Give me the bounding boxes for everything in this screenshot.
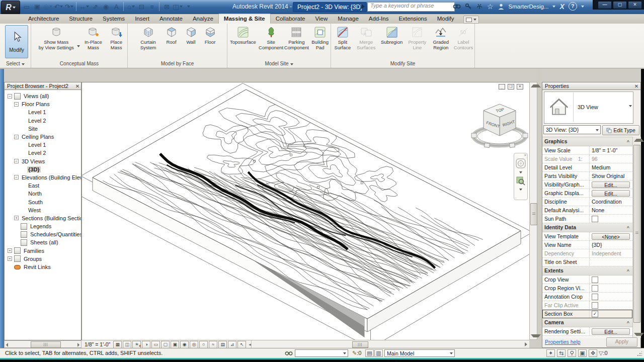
model-by-face-panel-label[interactable]: Model by Face xyxy=(128,60,227,67)
tree-item-schedules-quantities[interactable]: Schedules/Quantities xyxy=(5,230,81,238)
view-scale-button[interactable]: 1/8" = 1'-0" xyxy=(85,341,110,347)
worksharing-display-icon[interactable]: ≈ xyxy=(209,341,217,348)
detail-level-icon[interactable]: ▦ xyxy=(113,341,122,348)
horizontal-scrollbar-thumb[interactable]: ||| xyxy=(352,341,368,348)
redo-icon[interactable]: ↷ xyxy=(64,1,73,12)
application-menu-button[interactable]: R xyxy=(1,1,20,15)
modify-button[interactable]: Modify xyxy=(5,25,28,58)
exclude-options-icon[interactable]: ▣ xyxy=(578,349,587,357)
analytical-model-icon[interactable]: ⊿ xyxy=(228,341,236,348)
toposurface-button[interactable]: Toposurface xyxy=(227,25,259,45)
exchange-apps-icon[interactable]: X xyxy=(559,3,564,11)
in-place-mass-button[interactable]: In-Place Mass xyxy=(81,25,105,50)
tab-analyze[interactable]: Analyze xyxy=(188,14,218,24)
drawing-area[interactable]: TOP FRONT RIGHT ✕ ◦ _ ❏ ✕ xyxy=(82,82,529,340)
property-value-text[interactable]: Medium xyxy=(592,163,610,171)
tab-architecture[interactable]: Architecture xyxy=(23,14,64,24)
graded-region-button[interactable]: Graded Region xyxy=(429,25,452,50)
favorites-star-icon[interactable]: ☆ xyxy=(487,3,494,11)
building-pad-button[interactable]: Building Pad xyxy=(309,25,331,50)
crop-view-icon[interactable]: ▢ xyxy=(161,341,170,348)
tab-view[interactable]: View xyxy=(310,14,333,24)
toposurface-3d-view[interactable] xyxy=(82,82,529,340)
type-selector[interactable]: 3D View xyxy=(544,92,633,124)
tree-item-families[interactable]: +Families xyxy=(5,247,81,255)
help-icon[interactable]: ? xyxy=(569,2,577,11)
user-menu-arrow-icon[interactable] xyxy=(552,6,555,8)
show-crop-region-icon[interactable]: ▣ xyxy=(171,341,179,348)
rendering-dialog-icon[interactable]: ▭ xyxy=(151,341,160,348)
displacement-sets-icon[interactable]: ↖ xyxy=(237,341,246,348)
tree-item-west[interactable]: West xyxy=(5,206,81,214)
press-drag-icon[interactable]: ✥ xyxy=(589,349,597,357)
collapse-icon[interactable]: − xyxy=(14,159,19,163)
browser-horizontal-scrollbar[interactable]: ||| xyxy=(4,340,82,348)
save-icon[interactable]: ▣ xyxy=(33,1,42,12)
tab-modify[interactable]: Modify xyxy=(432,14,459,24)
tree-item--3d-[interactable]: {3D} xyxy=(5,165,81,173)
tab-systems[interactable]: Systems xyxy=(98,14,130,24)
floor-by-face-button[interactable]: Floor xyxy=(201,25,220,45)
browser-scrollbar-thumb[interactable]: ||| xyxy=(31,341,61,348)
drawing-vertical-scrollbar[interactable] xyxy=(529,82,537,340)
navbar-options-icon[interactable]: ◦ xyxy=(515,196,516,200)
text-icon[interactable]: A xyxy=(112,1,121,12)
subscription-key-icon[interactable] xyxy=(465,3,472,10)
tree-item-revit-links[interactable]: Revit Links xyxy=(5,263,81,271)
tree-item-level-1[interactable]: Level 1 xyxy=(5,108,81,116)
type-selector-arrow-icon[interactable] xyxy=(629,105,632,107)
tree-item-floor-plans[interactable]: −Floor Plans xyxy=(5,100,81,108)
navbar-close-icon[interactable]: ✕ xyxy=(524,153,527,157)
properties-header[interactable]: Properties ✕ xyxy=(542,82,641,90)
search-input[interactable]: Type a keyword or phrase xyxy=(367,2,455,12)
tree-item-sheets-all-[interactable]: Sheets (all) xyxy=(5,238,81,246)
property-group-graphics[interactable]: Graphics^ xyxy=(542,137,632,146)
property-value-text[interactable]: {3D} xyxy=(592,241,602,249)
thin-lines-icon[interactable]: ≡ xyxy=(147,1,156,12)
editable-only-icon[interactable]: ✦ xyxy=(546,349,555,357)
customize-qat-icon[interactable] xyxy=(184,1,193,12)
navigation-bar[interactable]: ✕ ◦ xyxy=(514,153,528,200)
help-menu-arrow-icon[interactable] xyxy=(581,6,584,8)
property-group-extents[interactable]: Extents^ xyxy=(542,266,632,276)
parking-component-button[interactable]: Parking Component xyxy=(283,25,309,50)
checkbox-icon[interactable] xyxy=(592,216,598,222)
tree-item-site[interactable]: Site xyxy=(5,125,81,133)
expand-icon[interactable]: + xyxy=(8,248,12,253)
property-edit-button[interactable]: Edit... xyxy=(592,328,630,335)
property-group-camera[interactable]: Camera^ xyxy=(542,318,632,327)
editing-requests-pencil-icon[interactable]: ✎:0 xyxy=(352,350,361,356)
tab-add-ins[interactable]: Add-Ins xyxy=(364,14,394,24)
tab-insert[interactable]: Insert xyxy=(130,14,154,24)
panel-toggle-arrow-icon[interactable] xyxy=(473,19,476,21)
conceptual-mass-panel-label[interactable]: Conceptual Mass xyxy=(31,60,127,67)
expand-icon[interactable]: + xyxy=(8,256,12,261)
signed-in-user[interactable]: SmarterDesig... xyxy=(509,4,549,10)
tree-item-legends[interactable]: Legends xyxy=(5,222,81,230)
temporary-view-properties-icon[interactable]: ▤ xyxy=(218,341,227,348)
collapse-group-icon[interactable]: ^ xyxy=(627,224,629,232)
property-value-text[interactable]: Show Original xyxy=(592,172,624,180)
tree-item-level-2[interactable]: Level 2 xyxy=(5,117,81,125)
workset-selector[interactable] xyxy=(295,349,348,357)
navbar-wheel-menu-icon[interactable] xyxy=(519,171,522,173)
tab-collaborate[interactable]: Collaborate xyxy=(271,14,310,24)
design-options-icon[interactable]: ▤ xyxy=(365,349,374,357)
select-panel-label[interactable]: Select xyxy=(0,60,31,67)
view-minimize-icon[interactable]: _ xyxy=(499,84,505,89)
property-value-text[interactable]: None xyxy=(592,206,604,214)
property-value-text[interactable]: 1/8" = 1'-0" xyxy=(592,146,617,154)
curtain-system-button[interactable]: Curtain System xyxy=(135,25,162,50)
worksharing-status-icon[interactable]: ⚲ xyxy=(568,349,576,357)
tree-item-east[interactable]: East xyxy=(5,182,81,190)
checkbox-icon[interactable] xyxy=(592,285,598,292)
transfer-icon[interactable]: ◎ xyxy=(43,1,52,12)
default-3d-view-icon[interactable]: ⌂ xyxy=(126,1,135,12)
zoom-tool-icon[interactable] xyxy=(516,176,525,186)
collapse-icon[interactable]: − xyxy=(8,94,12,99)
checkbox-checked-icon[interactable]: ✓ xyxy=(592,311,598,317)
view-restore-icon[interactable]: ❏ xyxy=(508,84,514,89)
checkbox-icon[interactable] xyxy=(592,302,598,309)
search-icon[interactable] xyxy=(453,3,461,10)
reveal-hidden-elements-icon[interactable]: ○ xyxy=(199,341,208,348)
